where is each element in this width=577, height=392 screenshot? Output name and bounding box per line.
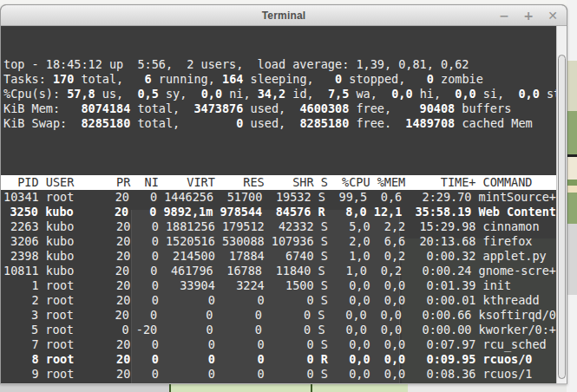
desktop-fragment — [567, 186, 577, 193]
scrollbar[interactable] — [556, 26, 567, 384]
process-table: PIDUSERPRNIVIRTRESSHRS%CPU%MEMTIME+COMMA… — [1, 175, 556, 384]
table-row: 2398kubo200214500178846740S1,00,20:00.32… — [1, 249, 556, 264]
table-header-row: PIDUSERPRNIVIRTRESSHRS%CPU%MEMTIME+COMMA… — [1, 175, 556, 190]
terminal-body: top - 18:45:12 up 5:56, 2 users, load av… — [1, 26, 567, 384]
window-title: Terminal — [262, 10, 306, 22]
terminal-content[interactable]: top - 18:45:12 up 5:56, 2 users, load av… — [1, 26, 556, 384]
desktop-edge-right — [567, 0, 577, 392]
summary-lines: top - 18:45:12 up 5:56, 2 users, load av… — [1, 57, 556, 146]
terminal-window: Terminal − + ✕ top - 18:45:12 up 5:56, 2… — [0, 4, 567, 384]
table-row: 5root0-20000S0,00,00:00.00kworker/0:+ — [1, 323, 556, 337]
table-row: 10341root20014462565170019532S99,50,62:2… — [1, 190, 556, 205]
summary-line: KiB Swap: 8285180 total, 0 used, 8285180… — [1, 116, 556, 131]
table-row: 8root200000R0,00,00:09.95rcuos/0 — [1, 352, 556, 367]
summary-line: KiB Mem: 8074184 total, 3473876 used, 46… — [1, 101, 556, 116]
table-row: 10811kubo2004617961678811840S1,00,20:00.… — [1, 264, 556, 278]
desktop-fragment — [169, 384, 408, 392]
minimize-icon[interactable]: − — [499, 5, 509, 26]
desktop-fragment — [567, 224, 577, 295]
table-row: 3206kubo2001520516530088107936S2,06,620:… — [1, 234, 556, 249]
desktop-fragment — [567, 111, 577, 154]
close-icon[interactable]: ✕ — [547, 5, 558, 26]
window-controls: − + ✕ — [499, 5, 558, 26]
desktop-fragment — [408, 384, 567, 392]
titlebar[interactable]: Terminal − + ✕ — [1, 5, 567, 26]
desktop-fragment — [567, 180, 577, 186]
table-row: 3root200000S0,00,00:00.66ksoftirqd/0 — [1, 308, 556, 323]
desktop-fragment — [567, 193, 577, 224]
desktop-edge-bottom — [0, 384, 567, 392]
desktop-fragment — [567, 61, 577, 111]
summary-line — [1, 131, 556, 146]
table-row: 2263kubo200188125617951242332S5,02,215:2… — [1, 219, 556, 234]
table-row: 1root2003390432241500S0,00,00:01.39init — [1, 278, 556, 293]
table-row: 7root200000S0,00,00:07.97rcu_sched — [1, 337, 556, 352]
summary-line: %Cpu(s): 57,8 us, 0,5 sy, 0,0 ni, 34,2 i… — [1, 87, 556, 101]
summary-line: top - 18:45:12 up 5:56, 2 users, load av… — [1, 57, 556, 72]
desktop-fragment — [311, 384, 312, 392]
scrollbar-thumb[interactable] — [558, 55, 566, 379]
table-row: 2root200000S0,00,00:00.01kthreadd — [1, 293, 556, 308]
summary-line: Tasks: 170 total, 6 running, 164 sleepin… — [1, 72, 556, 87]
maximize-icon[interactable]: + — [523, 5, 534, 26]
table-row: 9root200000S0,00,00:08.36rcuos/1 — [1, 367, 556, 382]
desktop: Terminal − + ✕ top - 18:45:12 up 5:56, 2… — [0, 0, 577, 392]
table-row: 10root200000S0,00,00:00.00rcuos/2 — [1, 382, 556, 384]
desktop-fragment — [567, 157, 577, 180]
table-row: 3250kubo2009892,1m97854484576R8,012,135:… — [1, 205, 556, 219]
